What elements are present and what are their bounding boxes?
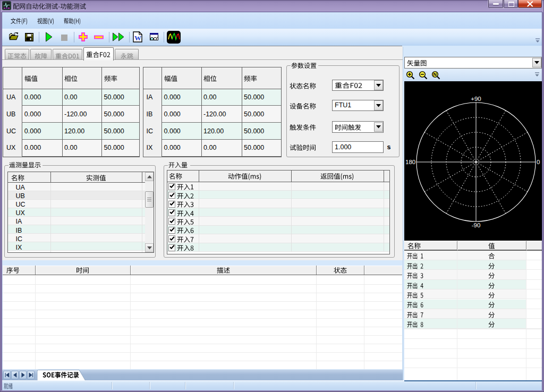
svg-text:180: 180 — [405, 159, 415, 165]
svg-text:0: 0 — [537, 159, 540, 165]
svg-text:-90: -90 — [472, 222, 481, 228]
svg-text:W: W — [134, 34, 141, 42]
svg-text:+90: +90 — [471, 96, 481, 102]
svg-text:N: N — [434, 72, 437, 77]
